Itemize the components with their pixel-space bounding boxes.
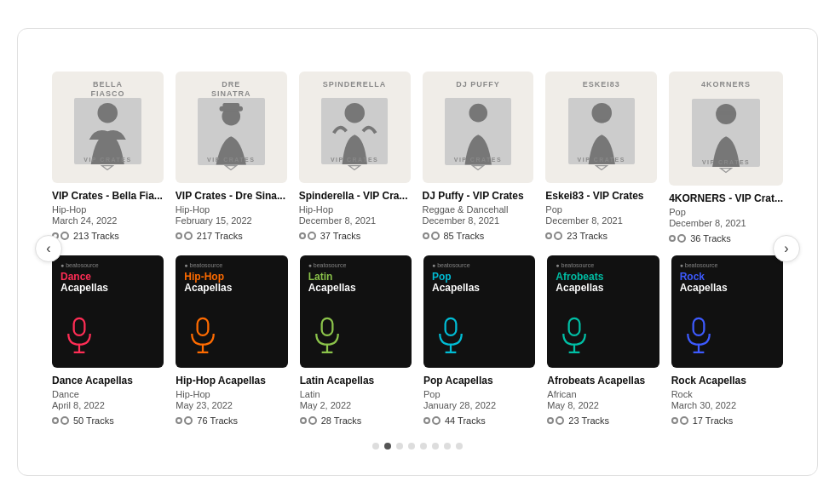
card-title: Rock Acapellas (671, 375, 783, 388)
card-title: Pop Acapellas (423, 375, 535, 388)
acapella-card-hiphop[interactable]: ● beatosource Hip-Hop Acapellas Hip-Hop … (176, 255, 287, 426)
pagination-dot-4[interactable] (420, 443, 427, 450)
card-thumbnail: ● beatosource Dance Acapellas (52, 255, 164, 367)
svg-rect-25 (446, 318, 457, 335)
card-date: May 8, 2022 (547, 400, 659, 410)
mic-icon (186, 317, 220, 359)
card-genre: Hip-Hop (176, 204, 287, 215)
artist-name: BELLAFIASCO (52, 80, 164, 99)
pagination-dot-5[interactable] (432, 443, 439, 450)
vip-card-bella-fiasco[interactable]: BELLAFIASCO VIP CRATES VIP Crates - Bell… (52, 72, 164, 243)
pagination-dot-7[interactable] (456, 443, 463, 450)
type-label: Acapellas (556, 283, 650, 294)
artist-name: DJ PUFFY (423, 80, 534, 89)
card-date: May 23, 2022 (176, 400, 287, 410)
acapella-card-afrobeats[interactable]: ● beatosource Afrobeats Acapellas Afrobe… (547, 255, 659, 426)
card-title: 4KORNERS - VIP Crat... (669, 192, 783, 206)
card-title: Dance Acapellas (52, 375, 164, 388)
source-label: ● beatosource (184, 262, 279, 268)
card-date: December 8, 2021 (299, 215, 411, 226)
card-thumbnail: DJ PUFFY VIP CRATES (423, 72, 534, 183)
vip-card-eskei83[interactable]: ESKEI83 VIP CRATES Eskei83 - VIP Crates … (545, 72, 657, 243)
vip-label: VIP CRATES (176, 157, 287, 171)
acapella-card-dance[interactable]: ● beatosource Dance Acapellas Dance Acap… (52, 255, 164, 426)
track-count: 28 Tracks (300, 415, 412, 426)
vip-card-4korners[interactable]: 4KORNERS VIP CRATES 4KORNERS - VIP Crat.… (669, 72, 783, 243)
artist-photo (198, 98, 265, 165)
type-label: Acapellas (432, 283, 527, 294)
artist-photo (568, 98, 635, 164)
card-genre: Latin (300, 389, 412, 399)
svg-point-6 (344, 103, 365, 123)
track-count: 37 Tracks (299, 231, 411, 241)
artist-name: DRESINATRA (176, 80, 287, 99)
card-title: Spinderella - VIP Cra... (299, 190, 411, 203)
vip-card-dre-sinatra[interactable]: DRESINATRA VIP CRATES VIP Crates - Dre S… (176, 72, 287, 243)
source-label: ● beatosource (432, 262, 527, 268)
track-count: 213 Tracks (52, 231, 164, 241)
pagination-dot-2[interactable] (396, 443, 403, 450)
vip-label: VIP CRATES (545, 157, 657, 171)
svg-marker-7 (349, 165, 360, 169)
pagination-dots (52, 443, 783, 450)
card-thumbnail: SPINDERELLA VIP CRATES (299, 72, 411, 183)
card-thumbnail: DRESINATRA VIP CRATES (176, 72, 287, 183)
mic-icon (310, 317, 344, 359)
track-count: 217 Tracks (176, 231, 287, 241)
card-thumbnail: 4KORNERS VIP CRATES (669, 72, 783, 186)
card-genre: Pop (423, 389, 535, 399)
source-label: ● beatosource (680, 262, 775, 268)
card-thumbnail: ESKEI83 VIP CRATES (545, 72, 657, 183)
card-genre: Pop (669, 207, 783, 217)
card-title: Afrobeats Acapellas (547, 375, 659, 388)
svg-rect-4 (222, 103, 239, 110)
acapella-card-pop[interactable]: ● beatosource Pop Acapellas Pop Acapella… (423, 255, 535, 426)
svg-rect-28 (569, 318, 580, 335)
type-label: Acapellas (60, 283, 155, 294)
pagination-dot-6[interactable] (444, 443, 451, 450)
card-date: December 8, 2021 (669, 218, 783, 228)
artist-photo (74, 98, 141, 164)
svg-rect-31 (693, 318, 704, 335)
mic-icon (62, 317, 96, 359)
card-genre: Rock (671, 389, 783, 399)
svg-marker-10 (473, 165, 484, 169)
artist-photo (445, 98, 512, 165)
acapella-card-latin[interactable]: ● beatosource Latin Acapellas Latin Acap… (300, 255, 412, 426)
card-thumbnail: ● beatosource Pop Acapellas (423, 255, 535, 367)
svg-rect-19 (198, 318, 209, 335)
card-date: March 24, 2022 (52, 215, 164, 226)
card-title: VIP Crates - Dre Sina... (176, 190, 287, 203)
card-thumbnail: BELLAFIASCO VIP CRATES (52, 72, 164, 183)
vip-card-dj-puffy[interactable]: DJ PUFFY VIP CRATES DJ Puffy - VIP Crate… (423, 72, 534, 243)
card-genre: Reggae & Dancehall (423, 204, 534, 215)
card-genre: Dance (52, 389, 164, 399)
track-count: 17 Tracks (671, 415, 783, 426)
svg-rect-14 (717, 111, 734, 115)
pagination-dot-0[interactable] (372, 443, 379, 450)
next-arrow[interactable]: › (773, 235, 800, 262)
svg-marker-5 (226, 165, 237, 169)
svg-point-8 (469, 104, 487, 123)
acapella-card-rock[interactable]: ● beatosource Rock Acapellas Rock Acapel… (671, 255, 783, 426)
card-genre: Hip-Hop (52, 204, 164, 215)
source-label: ● beatosource (60, 262, 155, 268)
track-count: 23 Tracks (545, 231, 657, 241)
pagination-dot-3[interactable] (408, 443, 415, 450)
card-title: Latin Acapellas (300, 375, 412, 388)
card-date: February 15, 2022 (176, 215, 287, 226)
type-label: Acapellas (680, 283, 775, 294)
track-count: 36 Tracks (669, 233, 783, 243)
track-count: 76 Tracks (176, 415, 287, 426)
svg-rect-16 (74, 318, 85, 335)
vip-card-spinderella[interactable]: SPINDERELLA VIP CRATES Spinderella - VIP… (299, 72, 411, 243)
card-genre: African (547, 389, 659, 399)
prev-arrow[interactable]: ‹ (35, 235, 62, 262)
card-date: December 8, 2021 (423, 215, 534, 226)
card-title: VIP Crates - Bella Fia... (52, 190, 164, 203)
carousel: ‹ › BELLAFIASCO VIP CRATES VIP (52, 72, 783, 426)
vip-label: VIP CRATES (52, 157, 164, 171)
card-date: May 2, 2022 (300, 400, 412, 410)
pagination-dot-1[interactable] (384, 443, 391, 450)
type-label: Acapellas (184, 283, 279, 294)
